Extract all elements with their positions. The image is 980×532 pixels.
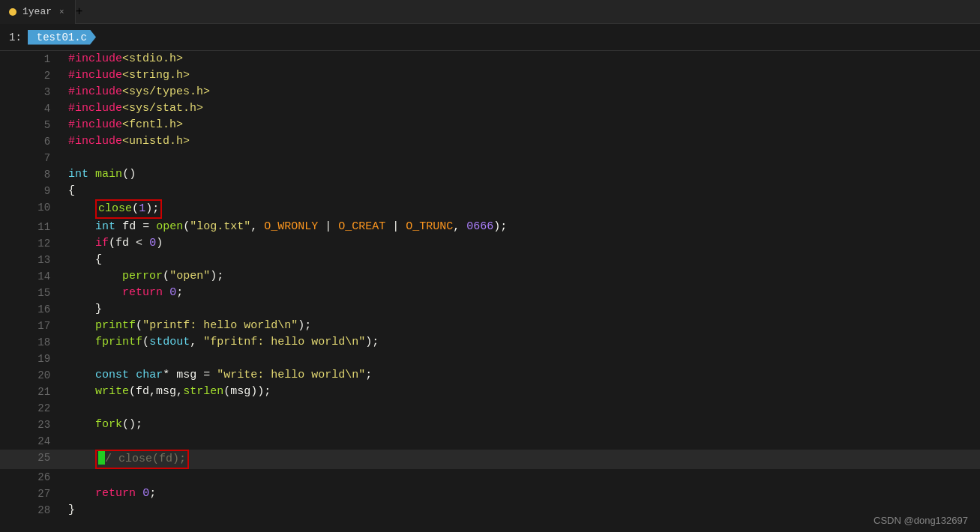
line-number: 20 [0,367,62,384]
table-row: 21 write(fd,msg,strlen(msg)); [0,384,980,400]
table-row: 22 [0,400,980,417]
line-content: const char* msg = "write: hello world\n"… [62,367,980,384]
line-content [62,400,980,417]
line-content: #include<fcntl.h> [62,117,980,133]
table-row: 10 close(1); [0,199,980,219]
line-number: 21 [0,384,62,400]
line-content: #include<string.h> [62,67,980,84]
line-number: 3 [0,84,62,100]
line-number: 25 [0,450,62,469]
table-row: 23 fork(); [0,417,980,433]
line-content: write(fd,msg,strlen(msg)); [62,384,980,400]
line-number: 16 [0,301,62,318]
table-row: 19 [0,351,980,367]
line-number: 24 [0,433,62,450]
table-row: 11 int fd = open("log.txt", O_WRONLY | O… [0,219,980,235]
table-row: 25 ​/ close(fd); [0,450,980,469]
table-row: 1#include<stdio.h> [0,51,980,67]
table-row: 28} [0,502,980,519]
tab-dot [9,8,16,16]
line-number: 8 [0,166,62,183]
line-content: printf("printf: hello world\n"); [62,318,980,334]
line-number: 9 [0,183,62,199]
line-number: 14 [0,268,62,285]
tab-bar: 1year × + [0,0,980,24]
line-content: if(fd < 0) [62,235,980,252]
line-content: } [62,502,980,519]
line-number: 5 [0,117,62,133]
line-number: 7 [0,150,62,166]
table-row: 24 [0,433,980,450]
line-content: return 0; [62,285,980,301]
table-row: 27 return 0; [0,486,980,502]
table-row: 16 } [0,301,980,318]
line-content: return 0; [62,486,980,502]
line-content: #include<stdio.h> [62,51,980,67]
line-number: 23 [0,417,62,433]
tab-1year[interactable]: 1year × [0,0,76,24]
table-row: 5#include<fcntl.h> [0,117,980,133]
line-content: fprintf(stdout, "fpritnf: hello world\n"… [62,334,980,351]
line-content: perror("open"); [62,268,980,285]
table-row: 8int main() [0,166,980,183]
line-content: close(1); [62,199,980,219]
watermark: CSDN @dong132697 [874,515,968,526]
line-content [62,150,980,166]
line-number: 6 [0,133,62,150]
line-content [62,433,980,450]
line-number: 4 [0,100,62,117]
line-content: { [62,183,980,199]
file-number: 1: [9,31,22,43]
code-area: 1#include<stdio.h>2#include<string.h>3#i… [0,51,980,532]
table-row: 17 printf("printf: hello world\n"); [0,318,980,334]
line-number: 28 [0,502,62,519]
line-number: 10 [0,199,62,219]
table-row: 6#include<unistd.h> [0,133,980,150]
table-row: 7 [0,150,980,166]
line-number: 27 [0,486,62,502]
table-row: 4#include<sys/stat.h> [0,100,980,117]
table-row: 26 [0,469,980,486]
line-content [62,469,980,486]
code-table: 1#include<stdio.h>2#include<string.h>3#i… [0,51,980,519]
line-number: 22 [0,400,62,417]
line-content: int fd = open("log.txt", O_WRONLY | O_CR… [62,219,980,235]
line-number: 17 [0,318,62,334]
line-number: 1 [0,51,62,67]
line-content: #include<sys/stat.h> [62,100,980,117]
line-number: 13 [0,252,62,268]
new-tab-button[interactable]: + [76,5,83,19]
line-content: #include<sys/types.h> [62,84,980,100]
table-row: 12 if(fd < 0) [0,235,980,252]
line-number: 15 [0,285,62,301]
line-content [62,351,980,367]
line-number: 12 [0,235,62,252]
line-content: int main() [62,166,980,183]
table-row: 14 perror("open"); [0,268,980,285]
table-row: 13 { [0,252,980,268]
line-content: #include<unistd.h> [62,133,980,150]
table-row: 3#include<sys/types.h> [0,84,980,100]
file-name: test01.c [28,30,96,45]
line-number: 2 [0,67,62,84]
table-row: 20 const char* msg = "write: hello world… [0,367,980,384]
table-row: 15 return 0; [0,285,980,301]
line-number: 26 [0,469,62,486]
table-row: 9{ [0,183,980,199]
line-number: 18 [0,334,62,351]
tab-label: 1year [22,6,52,17]
table-row: 18 fprintf(stdout, "fpritnf: hello world… [0,334,980,351]
file-title-bar: 1: test01.c [0,24,980,51]
line-number: 11 [0,219,62,235]
table-row: 2#include<string.h> [0,67,980,84]
line-content: } [62,301,980,318]
line-number: 19 [0,351,62,367]
tab-close-button[interactable]: × [58,7,66,16]
line-content: fork(); [62,417,980,433]
line-content: ​/ close(fd); [62,450,980,469]
line-content: { [62,252,980,268]
